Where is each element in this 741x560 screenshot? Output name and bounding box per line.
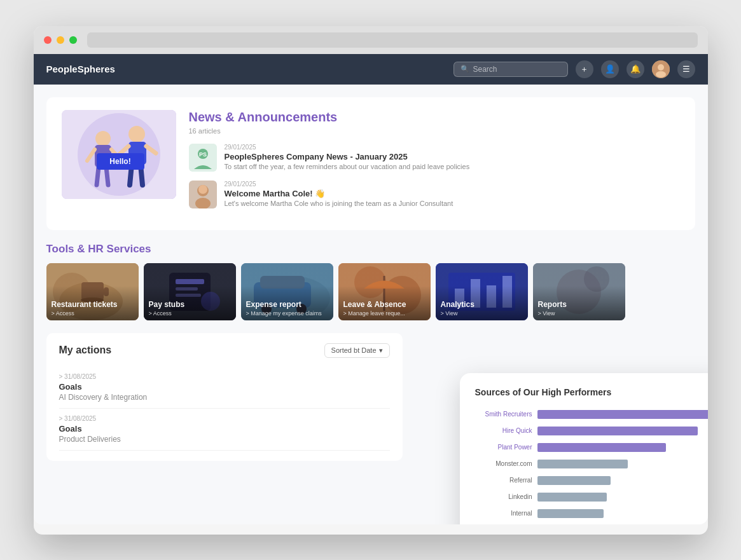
tool-card-link-5: > View xyxy=(441,310,474,317)
action-item-1[interactable]: > 31/08/2025 Goals AI Discovery & Integr… xyxy=(59,367,390,409)
chart-bar-4 xyxy=(537,476,611,485)
address-bar xyxy=(87,32,698,48)
chart-row-6: Internal xyxy=(475,508,708,519)
chart-x-axis: — — — xyxy=(475,523,708,524)
news-count: 16 articles xyxy=(189,127,680,135)
tool-card-link-4: > Manage leave reque... xyxy=(343,310,406,317)
tool-card-paystubs[interactable]: Pay stubs > Access xyxy=(144,263,236,320)
action-item-1-type: Goals xyxy=(59,382,390,392)
action-item-2-date: > 31/08/2025 xyxy=(59,415,390,422)
add-button[interactable]: ＋ xyxy=(576,60,593,78)
tool-card-content-5: Analytics > View xyxy=(441,300,474,317)
chart-label-0: Smith Recruiters xyxy=(475,411,532,418)
chart-title: Sources of Our High Performers xyxy=(475,387,708,397)
tool-card-content-6: Reports > View xyxy=(538,300,567,317)
svg-line-10 xyxy=(106,167,108,185)
tool-card-link-6: > View xyxy=(538,310,567,317)
tool-card-content-2: Pay stubs > Access xyxy=(149,300,185,317)
chart-bar-wrap-3 xyxy=(537,458,708,470)
menu-icon[interactable]: ☰ xyxy=(677,60,695,78)
news-item-1-title: PeopleSpheres Company News - January 202… xyxy=(225,152,470,161)
action-item-2-type: Goals xyxy=(59,424,390,434)
tool-card-restaurant[interactable]: Restaurant tickets > Access xyxy=(46,263,139,320)
tool-card-link-2: > Access xyxy=(149,310,185,317)
chevron-down-icon: ▾ xyxy=(379,346,383,355)
news-item[interactable]: PS 29/01/2025 PeopleSpheres Company News… xyxy=(189,144,680,172)
chart-card: Sources of Our High Performers Smith Rec… xyxy=(460,373,708,524)
action-item-2[interactable]: > 31/08/2025 Goals Product Deliveries xyxy=(59,409,390,451)
tool-card-title-6: Reports xyxy=(538,300,567,309)
user-avatar[interactable] xyxy=(652,60,670,78)
chart-bar-wrap-2 xyxy=(537,442,708,453)
tool-card-analytics[interactable]: Analytics > View xyxy=(436,263,528,320)
tool-card-leave[interactable]: Leave & Absence > Manage leave reque... xyxy=(338,263,431,320)
svg-point-2 xyxy=(656,71,666,78)
main-content: Hello! News & Announcements 16 articles xyxy=(34,85,708,524)
news-item-1-desc: To start off the year, a few reminders a… xyxy=(225,163,470,170)
app-logo: PeopleSpheres xyxy=(46,64,115,74)
x-label-3: — xyxy=(706,523,708,524)
svg-text:Hello!: Hello! xyxy=(109,157,130,166)
chart-bar-wrap-1 xyxy=(537,425,708,437)
chart-bar-wrap-4 xyxy=(537,475,708,486)
tools-section-title: Tools & HR Services xyxy=(46,243,695,256)
chart-label-3: Monster.com xyxy=(475,460,532,467)
chart-bar-5 xyxy=(537,493,607,502)
tool-card-content-4: Leave & Absence > Manage leave reque... xyxy=(343,300,406,317)
svg-point-25 xyxy=(198,185,207,194)
chart-row-3: Monster.com xyxy=(475,458,708,470)
tool-card-title-4: Leave & Absence xyxy=(343,300,406,309)
news-item-2-desc: Let's welcome Martha Cole who is joining… xyxy=(225,200,454,207)
chart-row-4: Referral xyxy=(475,475,708,486)
actions-header: My actions Sorted bt Date ▾ xyxy=(59,343,390,358)
logo-text: PeopleSpheres xyxy=(46,64,115,74)
chart-label-2: Plant Power xyxy=(475,444,532,451)
news-illustration: Hello! xyxy=(62,110,176,199)
actions-section: My actions Sorted bt Date ▾ > 31/08/2025… xyxy=(46,333,403,461)
action-item-1-desc: AI Discovery & Integration xyxy=(59,393,390,402)
chart-label-5: Linkedin xyxy=(475,493,532,500)
chart-row-1: Hire Quick xyxy=(475,425,708,437)
tools-section: Tools & HR Services xyxy=(46,243,695,320)
tool-card-title-3: Expense report xyxy=(246,300,322,309)
svg-point-5 xyxy=(95,131,111,146)
close-dot[interactable] xyxy=(44,36,52,44)
chart-bar-1 xyxy=(537,427,698,435)
x-label-2: — xyxy=(621,523,627,524)
top-nav: PeopleSpheres 🔍 Search ＋ 👤 🔔 ☰ xyxy=(34,54,708,85)
search-box[interactable]: 🔍 Search xyxy=(454,62,568,77)
chart-row-2: Plant Power xyxy=(475,442,708,453)
nav-right: 🔍 Search ＋ 👤 🔔 ☰ xyxy=(454,60,695,78)
chart-label-4: Referral xyxy=(475,477,532,484)
app-container: PeopleSpheres 🔍 Search ＋ 👤 🔔 ☰ xyxy=(34,54,708,524)
news-right: News & Announcements 16 articles PS xyxy=(189,110,680,217)
chart-bar-wrap-5 xyxy=(537,491,708,503)
chart-bar-0 xyxy=(537,410,708,419)
chart-label-1: Hire Quick xyxy=(475,427,532,434)
svg-point-11 xyxy=(128,126,145,142)
tools-grid: Restaurant tickets > Access xyxy=(46,263,695,320)
tool-card-reports[interactable]: Reports > View xyxy=(533,263,625,320)
news-thumb-1: PS xyxy=(189,144,217,172)
browser-toolbar xyxy=(34,26,708,54)
svg-line-9 xyxy=(97,167,99,185)
minimize-dot[interactable] xyxy=(57,36,64,44)
sort-dropdown[interactable]: Sorted bt Date ▾ xyxy=(324,343,390,358)
chart-row-5: Linkedin xyxy=(475,491,708,503)
tool-card-content-3: Expense report > Manage my expense claim… xyxy=(246,300,322,317)
person-icon[interactable]: 👤 xyxy=(601,60,619,78)
chart-bar-wrap-0 xyxy=(537,409,708,420)
chart-bar-6 xyxy=(537,509,604,518)
search-placeholder: Search xyxy=(473,65,497,74)
tool-card-link-1: > Access xyxy=(52,310,118,317)
bell-icon[interactable]: 🔔 xyxy=(627,60,644,78)
tool-card-expense[interactable]: Expense report > Manage my expense claim… xyxy=(241,263,333,320)
news-item-2[interactable]: 29/01/2025 Welcome Martha Cole! 👋 Let's … xyxy=(189,181,680,208)
news-item-1-content: 29/01/2025 PeopleSpheres Company News - … xyxy=(225,144,470,170)
chart-container: Smith RecruitersHire QuickPlant PowerMon… xyxy=(475,409,708,519)
chart-row-0: Smith Recruiters xyxy=(475,409,708,420)
action-item-2-desc: Product Deliveries xyxy=(59,435,390,444)
news-item-2-date: 29/01/2025 xyxy=(225,181,454,188)
browser-window: PeopleSpheres 🔍 Search ＋ 👤 🔔 ☰ xyxy=(34,26,708,535)
maximize-dot[interactable] xyxy=(69,36,77,44)
